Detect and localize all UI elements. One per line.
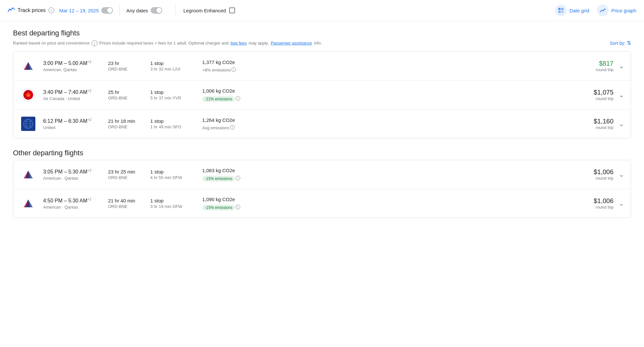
svg-rect-1: [561, 8, 564, 10]
emissions-info-icon[interactable]: i: [230, 125, 235, 130]
flight-row[interactable]: 3:05 PM – 5:30 AM+2 American · Qantas 23…: [13, 160, 631, 189]
any-dates-toggle[interactable]: [151, 7, 162, 14]
duration-text: 25 hr: [108, 89, 150, 95]
flight-stops: 1 stop 1 hr 49 min SFO: [150, 118, 202, 129]
emissions-badge: -21% emissions: [202, 96, 235, 102]
subtitle-text: Ranked based on price and convenience: [13, 41, 90, 45]
info-suffix: info.: [314, 41, 322, 45]
price-graph-label: Price graph: [611, 8, 636, 13]
legroom-section: Legroom Enhanced: [183, 7, 235, 13]
emissions-info-icon[interactable]: i: [236, 176, 240, 180]
airline-name: Air Canada · United: [43, 96, 108, 101]
price-label: round trip: [594, 96, 613, 101]
duration-text: 21 hr 40 min: [108, 198, 150, 203]
price-amount: $1,075: [594, 89, 613, 96]
svg-rect-3: [561, 11, 564, 13]
flight-price: $1,160 round trip: [594, 118, 613, 130]
price-amount: $1,006: [594, 168, 613, 176]
stops-text: 1 stop: [150, 118, 202, 124]
expand-button[interactable]: ⌄: [619, 120, 624, 128]
flight-emissions: 1,264 kg CO2e Avg emissionsi: [202, 117, 267, 130]
divider-1: [119, 5, 120, 16]
flight-price: $1,075 round trip: [594, 89, 613, 101]
price-graph-button[interactable]: Price graph: [597, 5, 636, 16]
date-grid-button[interactable]: Date grid: [555, 5, 589, 16]
flight-row[interactable]: 4:50 PM – 5:30 AM+2 American · Qantas 21…: [13, 189, 631, 218]
stop-detail: 3 hr 19 min DFW: [150, 204, 202, 209]
emissions-info-icon[interactable]: i: [236, 205, 240, 209]
legroom-label: Legroom Enhanced: [183, 8, 226, 13]
time-range: 6:12 PM – 6:30 AM+2: [43, 118, 108, 124]
main-content: Best departing flights Ranked based on p…: [0, 21, 644, 236]
may-apply: may apply.: [249, 41, 269, 45]
stop-detail: 4 hr 55 min DFW: [150, 175, 202, 180]
price-label: round trip: [596, 67, 613, 72]
flight-duration: 21 hr 40 min ORD-BNE: [108, 198, 150, 209]
sort-icon: ⇅: [627, 40, 631, 46]
emissions-kg: 1,006 kg CO2e: [202, 88, 267, 94]
emissions-info-icon[interactable]: i: [231, 67, 236, 72]
legroom-checkbox[interactable]: [229, 7, 235, 13]
airline-name: United: [43, 125, 108, 130]
airline-logo: [20, 115, 37, 132]
best-flights-title: Best departing flights: [13, 29, 631, 37]
price-amount: $1,160: [594, 118, 613, 125]
flight-emissions: 1,377 kg CO2e +8% emissionsi: [202, 59, 267, 72]
time-range: 3:05 PM – 5:30 AM+2: [43, 168, 108, 175]
best-flights-subtitle: Ranked based on price and convenience i …: [13, 40, 631, 46]
svg-rect-2: [558, 11, 561, 13]
track-prices-label: Track prices: [18, 7, 46, 13]
flight-price: $817 round trip: [596, 60, 613, 72]
expand-button[interactable]: ⌄: [619, 199, 624, 207]
airline-logo: 🍁: [20, 86, 37, 103]
flight-stops: 1 stop 5 hr 37 min YVR: [150, 89, 202, 100]
passenger-link[interactable]: Passenger assistance: [271, 41, 312, 45]
route-text: ORD-BNE: [108, 124, 150, 129]
expand-button[interactable]: ⌄: [619, 171, 624, 178]
svg-text:🍁: 🍁: [25, 91, 32, 98]
emissions-info-icon[interactable]: i: [236, 96, 240, 101]
flight-stops: 1 stop 4 hr 55 min DFW: [150, 169, 202, 180]
price-amount: $817: [596, 60, 613, 67]
flight-times: 6:12 PM – 6:30 AM+2 United: [43, 118, 108, 130]
emissions-badge: -15% emissions: [202, 176, 235, 182]
flight-row[interactable]: 🍁 3:40 PM – 7:40 AM+2 Air Canada · Unite…: [13, 81, 631, 109]
expand-button[interactable]: ⌄: [619, 91, 624, 99]
flight-duration: 25 hr ORD-BNE: [108, 89, 150, 100]
any-dates-section: Any dates: [126, 7, 162, 14]
track-prices-info-icon[interactable]: i: [48, 7, 54, 13]
flight-emissions: 1,006 kg CO2e -21% emissionsi: [202, 88, 267, 102]
time-range: 3:40 PM – 7:40 AM+2: [43, 89, 108, 95]
expand-button[interactable]: ⌄: [619, 62, 624, 70]
airline-logo: [20, 195, 37, 212]
bag-fees-link[interactable]: bag fees: [230, 41, 247, 45]
best-flights-container: 3:00 PM – 5:00 AM+2 American, Qantas 23 …: [13, 51, 631, 138]
other-flights-title: Other departing flights: [13, 149, 631, 157]
top-bar: Track prices i Mar 12 – 19, 2025 Any dat…: [0, 0, 644, 21]
flight-emissions: 1,090 kg CO2e -15% emissionsi: [202, 197, 267, 211]
time-range: 3:00 PM – 5:00 AM+2: [43, 60, 108, 66]
date-grid-icon: [555, 5, 567, 16]
flight-stops: 1 stop 3 hr 32 min LAX: [150, 60, 202, 71]
emissions-kg: 1,264 kg CO2e: [202, 117, 267, 123]
flight-price: $1,006 round trip: [594, 197, 613, 210]
track-prices-toggle[interactable]: [101, 7, 113, 14]
subtitle-info-icon[interactable]: i: [92, 40, 97, 46]
flight-row[interactable]: 3:00 PM – 5:00 AM+2 American, Qantas 23 …: [13, 52, 631, 81]
emissions-badge: Avg emissions: [202, 125, 229, 130]
track-prices-section: Track prices i: [8, 7, 54, 14]
sort-by-button[interactable]: Sort by: ⇅: [610, 40, 631, 46]
divider-2: [175, 5, 176, 16]
date-range[interactable]: Mar 12 – 19, 2025: [59, 8, 99, 13]
emissions-badge: -15% emissions: [202, 205, 235, 211]
time-range: 4:50 PM – 5:30 AM+2: [43, 197, 108, 204]
route-text: ORD-BNE: [108, 67, 150, 71]
duration-text: 23 hr: [108, 60, 150, 66]
svg-rect-0: [558, 8, 561, 10]
price-label: round trip: [594, 125, 613, 130]
stops-text: 1 stop: [150, 60, 202, 66]
stops-text: 1 stop: [150, 89, 202, 95]
airline-logo: [20, 166, 37, 183]
flight-row[interactable]: 6:12 PM – 6:30 AM+2 United 21 hr 18 min …: [13, 109, 631, 138]
route-text: ORD-BNE: [108, 175, 150, 180]
